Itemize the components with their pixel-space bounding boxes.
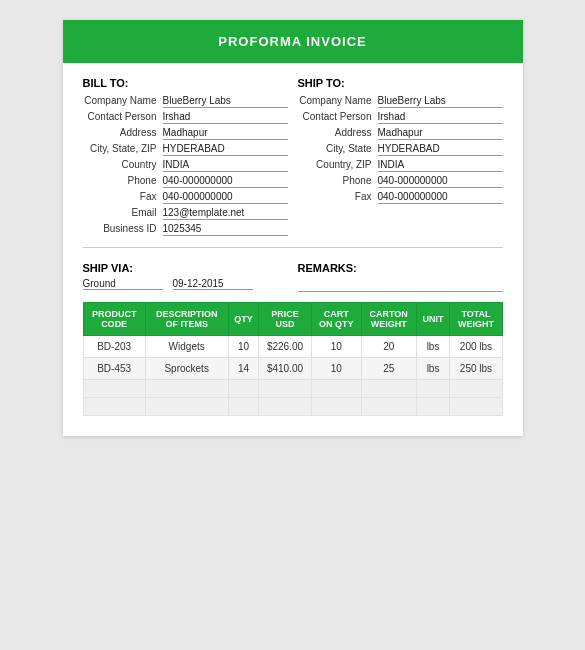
row2-desc: Sprockets	[145, 358, 228, 380]
col-total-weight: TOTALWEIGHT	[450, 303, 502, 336]
col-cart-qty: CARTON QTY	[311, 303, 361, 336]
bill-to-block: BILL TO: Company Name BlueBerry Labs Con…	[83, 77, 288, 239]
ship-country-label: Country, ZIP	[298, 159, 378, 170]
row2-code: BD-453	[83, 358, 145, 380]
bill-contact-row: Contact Person Irshad	[83, 111, 288, 124]
col-description: DESCRIPTIONOF ITEMS	[145, 303, 228, 336]
table-row-empty	[83, 398, 502, 416]
remarks-line	[298, 278, 503, 292]
bill-address-row: Address Madhapur	[83, 127, 288, 140]
bill-businessid-value: 1025345	[163, 223, 288, 236]
ship-company-label: Company Name	[298, 95, 378, 106]
row1-cart-qty: 10	[311, 336, 361, 358]
row1-code: BD-203	[83, 336, 145, 358]
invoice-table: PRODUCTCODE DESCRIPTIONOF ITEMS QTY PRIC…	[83, 302, 503, 416]
ship-phone-row: Phone 040-000000000	[298, 175, 503, 188]
table-row: BD-453 Sprockets 14 $410.00 10 25 lbs 25…	[83, 358, 502, 380]
ship-to-block: SHIP TO: Company Name BlueBerry Labs Con…	[298, 77, 503, 239]
table-header-row: PRODUCTCODE DESCRIPTIONOF ITEMS QTY PRIC…	[83, 303, 502, 336]
ship-address-value: Madhapur	[378, 127, 503, 140]
row1-unit: lbs	[416, 336, 450, 358]
bill-phone-value: 040-000000000	[163, 175, 288, 188]
section-divider	[83, 247, 503, 248]
invoice-page: PROFORMA INVOICE BILL TO: Company Name B…	[63, 20, 523, 436]
remarks-block: REMARKS:	[298, 262, 503, 292]
ship-contact-row: Contact Person Irshad	[298, 111, 503, 124]
ship-country-value: INDIA	[378, 159, 503, 172]
bill-email-label: Email	[83, 207, 163, 218]
bill-fax-label: Fax	[83, 191, 163, 202]
ship-fax-row: Fax 040-000000000	[298, 191, 503, 204]
bill-phone-label: Phone	[83, 175, 163, 186]
ship-country-row: Country, ZIP INDIA	[298, 159, 503, 172]
ship-address-row: Address Madhapur	[298, 127, 503, 140]
row2-cart-qty: 10	[311, 358, 361, 380]
bill-phone-row: Phone 040-000000000	[83, 175, 288, 188]
remarks-label: REMARKS:	[298, 262, 503, 274]
ship-contact-value: Irshad	[378, 111, 503, 124]
ship-phone-value: 040-000000000	[378, 175, 503, 188]
row1-desc: Widgets	[145, 336, 228, 358]
ship-via-section: SHIP VIA: Ground 09-12-2015 REMARKS:	[63, 256, 523, 296]
bill-businessid-label: Business ID	[83, 223, 163, 234]
ship-via-left: SHIP VIA: Ground 09-12-2015	[83, 262, 288, 290]
billing-section: BILL TO: Company Name BlueBerry Labs Con…	[63, 77, 523, 239]
bill-contact-value: Irshad	[163, 111, 288, 124]
bill-to-label: BILL TO:	[83, 77, 288, 89]
row2-carton-weight: 25	[361, 358, 416, 380]
ship-to-label: SHIP TO:	[298, 77, 503, 89]
bill-contact-label: Contact Person	[83, 111, 163, 122]
bill-city-label: City, State, ZIP	[83, 143, 163, 154]
col-qty: QTY	[228, 303, 259, 336]
row2-total-weight: 250 lbs	[450, 358, 502, 380]
bill-city-value: HYDERABAD	[163, 143, 288, 156]
bill-country-label: Country	[83, 159, 163, 170]
row1-total-weight: 200 lbs	[450, 336, 502, 358]
ship-fax-label: Fax	[298, 191, 378, 202]
ship-city-row: City, State HYDERABAD	[298, 143, 503, 156]
invoice-header: PROFORMA INVOICE	[63, 20, 523, 63]
bill-address-label: Address	[83, 127, 163, 138]
table-row-empty	[83, 380, 502, 398]
ship-phone-label: Phone	[298, 175, 378, 186]
ship-company-value: BlueBerry Labs	[378, 95, 503, 108]
row1-qty: 10	[228, 336, 259, 358]
bill-fax-row: Fax 040-000000000	[83, 191, 288, 204]
ship-address-label: Address	[298, 127, 378, 138]
bill-company-value: BlueBerry Labs	[163, 95, 288, 108]
ship-city-label: City, State	[298, 143, 378, 154]
ship-company-row: Company Name BlueBerry Labs	[298, 95, 503, 108]
header-title: PROFORMA INVOICE	[218, 34, 366, 49]
ship-city-value: HYDERABAD	[378, 143, 503, 156]
row1-carton-weight: 20	[361, 336, 416, 358]
bill-address-value: Madhapur	[163, 127, 288, 140]
col-product-code: PRODUCTCODE	[83, 303, 145, 336]
col-unit: UNIT	[416, 303, 450, 336]
col-price: PRICEUSD	[259, 303, 311, 336]
table-section: PRODUCTCODE DESCRIPTIONOF ITEMS QTY PRIC…	[63, 296, 523, 416]
bill-businessid-row: Business ID 1025345	[83, 223, 288, 236]
row2-unit: lbs	[416, 358, 450, 380]
ship-via-fields: Ground 09-12-2015	[83, 278, 288, 290]
bill-email-value: 123@template.net	[163, 207, 288, 220]
bill-country-value: INDIA	[163, 159, 288, 172]
ship-via-title: SHIP VIA:	[83, 262, 288, 274]
row1-price: $226.00	[259, 336, 311, 358]
bill-company-row: Company Name BlueBerry Labs	[83, 95, 288, 108]
bill-fax-value: 040-000000000	[163, 191, 288, 204]
table-row: BD-203 Widgets 10 $226.00 10 20 lbs 200 …	[83, 336, 502, 358]
ship-contact-label: Contact Person	[298, 111, 378, 122]
bill-email-row: Email 123@template.net	[83, 207, 288, 220]
ship-fax-value: 040-000000000	[378, 191, 503, 204]
bill-country-row: Country INDIA	[83, 159, 288, 172]
col-carton-weight: CARTONWEIGHT	[361, 303, 416, 336]
ship-via-date: 09-12-2015	[173, 278, 253, 290]
ship-via-method: Ground	[83, 278, 163, 290]
row2-price: $410.00	[259, 358, 311, 380]
bill-company-label: Company Name	[83, 95, 163, 106]
bill-city-row: City, State, ZIP HYDERABAD	[83, 143, 288, 156]
row2-qty: 14	[228, 358, 259, 380]
